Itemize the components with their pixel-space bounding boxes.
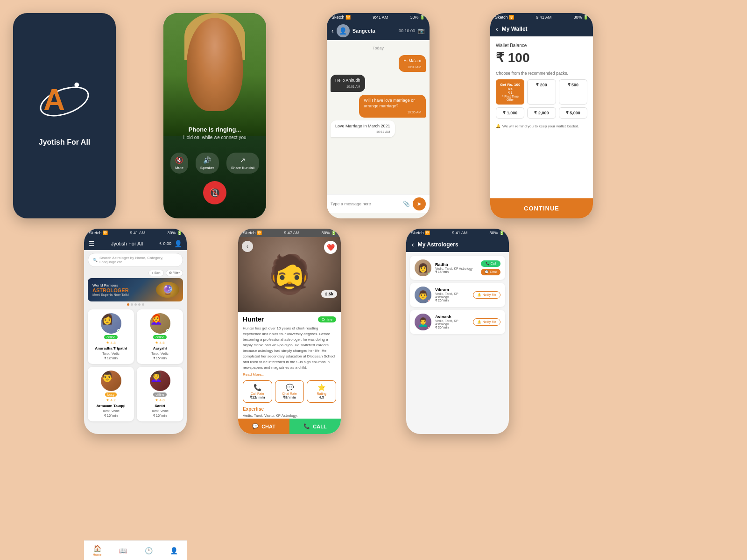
msg-bubble-1: Hi Ma'am 10:00 AM bbox=[399, 55, 426, 72]
continue-button[interactable]: CONTINUE bbox=[490, 198, 593, 218]
splash-screen: A Jyotish For All bbox=[13, 13, 116, 218]
list-app-name: Jyotish For All bbox=[95, 241, 159, 246]
caller-face bbox=[187, 18, 243, 111]
rating-icon: ⭐ bbox=[309, 384, 334, 391]
stars-4: ★ 4.0 bbox=[155, 398, 164, 402]
profile-chat-button[interactable]: 💬 CHAT bbox=[238, 419, 289, 434]
wallet-pack-200[interactable]: ₹ 200 bbox=[527, 79, 556, 105]
astro-name-1: Anuradha Tripathi bbox=[95, 346, 127, 350]
wallet-pack-500[interactable]: ₹ 500 bbox=[559, 79, 587, 105]
my-astro-avatar-1: 👩 bbox=[415, 259, 431, 276]
my-astro-name-3: Avinash bbox=[435, 315, 469, 319]
wallet-status-bar: Sketch 🛜 9:41 AM 30% 🔋 bbox=[490, 13, 593, 21]
share-kundali-button[interactable]: ↗ Share Kundali bbox=[226, 153, 259, 174]
banner-image: 🔮 bbox=[156, 282, 179, 298]
astro-call-button-1[interactable]: 📞 Call bbox=[481, 260, 500, 267]
call-text-area: Phone is ringing... Hold on, while we co… bbox=[163, 126, 266, 140]
search-placeholder: Search Astrologer by Name, Category, Lan… bbox=[99, 256, 178, 264]
wallet-status-signal: Sketch 🛜 bbox=[495, 15, 514, 20]
banner-label: World Famous bbox=[92, 283, 129, 287]
end-call-button[interactable]: 📵 bbox=[203, 181, 226, 204]
filter-button[interactable]: ⚙ Filter bbox=[166, 270, 183, 276]
my-astro-name-1: Radha bbox=[435, 262, 477, 267]
back-icon[interactable]: ‹ bbox=[331, 27, 334, 35]
astro-notify-button-2[interactable]: 🔔 Notify Me bbox=[473, 291, 500, 299]
call-rate-label: Call Rate bbox=[245, 392, 270, 395]
profile-bio: Hunter has got over 10 years of chart-re… bbox=[243, 326, 336, 371]
msg-text-3: Will I have love marriage or arrange mar… bbox=[364, 98, 415, 109]
book-icon: 📖 bbox=[119, 547, 127, 554]
status-badge-4: offline bbox=[153, 392, 167, 397]
chat-messages-area: Today Hi Ma'am 10:00 AM Hello Anirudh 10… bbox=[327, 40, 430, 194]
msg-time-1: 10:00 AM bbox=[403, 65, 421, 70]
astrologer-card-4[interactable]: 👩‍🦱 offline ★ 4.0 Santri Tarot, Vedic ₹ … bbox=[137, 367, 183, 421]
call-btn-icon: 📞 bbox=[303, 423, 310, 429]
list-balance: ₹ 0.00 bbox=[159, 241, 171, 246]
my-astro-back-icon[interactable]: ‹ bbox=[412, 241, 414, 248]
wallet-pack-1000[interactable]: ₹ 1,000 bbox=[496, 107, 524, 119]
speaker-button[interactable]: 🔊 Speaker bbox=[196, 153, 219, 174]
profile-icon: 👤 bbox=[170, 547, 178, 554]
nav-history[interactable]: 🕐 bbox=[145, 547, 153, 554]
profile-back-button[interactable]: ‹ bbox=[242, 241, 253, 252]
profile-like-button[interactable]: ❤️ bbox=[324, 241, 337, 254]
list-status-time: 9:41 AM bbox=[130, 231, 145, 235]
profile-name: Hunter bbox=[243, 315, 264, 323]
splash-title: Jyotish For All bbox=[39, 138, 91, 147]
my-astrologers-list: 👩 Radha Vedic, Tarot, KP Astrology ₹ 15/… bbox=[406, 252, 509, 338]
astro-avatar-3: 👨 bbox=[101, 371, 121, 391]
wallet-title: My Wallet bbox=[502, 26, 528, 32]
msg-text-2: Hello Anirudh bbox=[335, 78, 360, 83]
profile-online-tag: Online bbox=[318, 316, 336, 322]
profile-call-button[interactable]: 📞 CALL bbox=[289, 419, 341, 434]
status-badge-3: busy bbox=[105, 392, 117, 397]
astro-specialty-2: Tarot, Vedic bbox=[151, 352, 169, 355]
astro-avatar-img-3: 👨 bbox=[101, 371, 113, 382]
my-astro-battery: 30% 🔋 bbox=[489, 231, 504, 235]
send-button[interactable]: ➤ bbox=[413, 197, 426, 210]
nav-book[interactable]: 📖 bbox=[119, 547, 127, 554]
stars-3: ★ 4.2 bbox=[106, 398, 115, 402]
my-astro-online-dot-1 bbox=[428, 273, 431, 276]
chat-btn-label: CHAT bbox=[261, 424, 275, 429]
nav-profile[interactable]: 👤 bbox=[170, 547, 178, 554]
astro-notify-button-3[interactable]: 🔔 Notify Me bbox=[473, 318, 500, 326]
profile-status-signal: Sketch 🛜 bbox=[243, 231, 262, 235]
astro-avatar-img-4: 👩‍🦱 bbox=[150, 371, 162, 382]
wallet-status-battery: 30% 🔋 bbox=[573, 15, 588, 20]
sort-button[interactable]: ↕ Sort bbox=[148, 270, 163, 276]
chat-input[interactable] bbox=[331, 202, 400, 206]
attachment-icon[interactable]: 📎 bbox=[403, 201, 410, 207]
wallet-pack-2000[interactable]: ₹ 2,000 bbox=[527, 107, 556, 119]
chat-contact-name: Sangeeta bbox=[352, 28, 396, 34]
status-battery: 30% 🔋 bbox=[410, 15, 425, 20]
list-profile-icon[interactable]: 👤 bbox=[174, 240, 182, 247]
wallet-back-icon[interactable]: ‹ bbox=[496, 25, 498, 33]
profile-person-img: 🧔 bbox=[266, 252, 313, 296]
hamburger-icon[interactable]: ☰ bbox=[89, 240, 95, 247]
astrologer-card-3[interactable]: 👨 busy ★ 4.2 Armaaan Tauqqi Tarot, Vedic… bbox=[88, 367, 134, 421]
chat-date-label: Today bbox=[331, 46, 426, 50]
astro-avatar-4: 👩‍🦱 bbox=[150, 371, 170, 391]
wallet-pack-5000[interactable]: ₹ 5,000 bbox=[559, 107, 587, 119]
astro-name-3: Armaaan Tauqqi bbox=[96, 404, 125, 408]
chat-video-icon[interactable]: 📷 bbox=[418, 28, 425, 34]
my-astro-type-3: Vedic, Tarot, KP Astrology bbox=[435, 319, 469, 326]
profile-read-more[interactable]: Read More... bbox=[243, 372, 336, 377]
wallet-pack-special[interactable]: Get Rs. 100 Rs ₹ 14 First Time Offer bbox=[496, 79, 524, 105]
call-ringing-text: Phone is ringing... bbox=[163, 126, 266, 133]
my-astro-info-2: Vikram Vedic, Tarot, KP Astrology ₹ 25/ … bbox=[435, 287, 469, 302]
my-astro-type-2: Vedic, Tarot, KP Astrology bbox=[435, 292, 469, 299]
my-astro-type-1: Vedic, Tarot, KP Astrology bbox=[435, 267, 477, 270]
astrologer-card-1[interactable]: 👩 online ★ 4.8 Anuradha Tripathi Tarot, … bbox=[88, 309, 134, 364]
mute-button[interactable]: 🔇 Mute bbox=[170, 153, 188, 174]
offline-badge-4 bbox=[167, 387, 170, 391]
search-bar[interactable]: 🔍 Search Astrologer by Name, Category, L… bbox=[88, 253, 183, 267]
astrologer-card-2[interactable]: 👩‍🦰 online ★ 4.6 Aaryahi Tarot, Vedic ₹ … bbox=[137, 309, 183, 364]
search-icon: 🔍 bbox=[93, 258, 98, 262]
msg-text-4: Love Marriage In March 2021 bbox=[335, 124, 390, 128]
nav-home[interactable]: 🏠 Home bbox=[93, 545, 102, 556]
call-screen: Phone is ringing... Hold on, while we co… bbox=[163, 13, 266, 218]
astro-chat-button-1[interactable]: 💬 Chat bbox=[481, 269, 500, 275]
call-controls: 🔇 Mute 🔊 Speaker ↗ Share Kundali bbox=[170, 153, 259, 174]
